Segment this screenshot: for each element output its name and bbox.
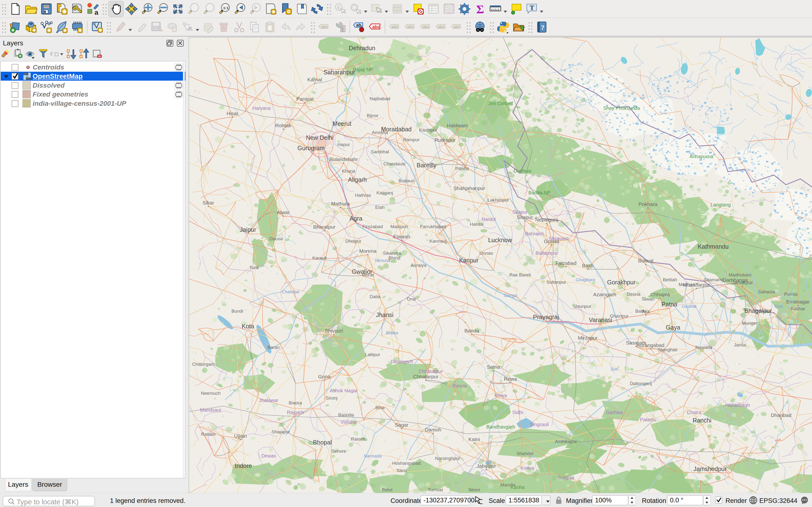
svg-text:Dausa: Dausa [269,236,283,241]
svg-text:Firozabad: Firozabad [362,224,383,229]
svg-text:Kanha: Kanha [511,485,525,490]
svg-text:Karauli: Karauli [312,256,326,261]
svg-text:Mathura: Mathura [331,201,350,207]
svg-text:Shravasti: Shravasti [549,236,569,241]
svg-text:Bulandshahr: Bulandshahr [329,157,358,162]
svg-text:Farrukhabad: Farrukhabad [420,224,446,229]
svg-text:Son: Son [610,367,618,372]
svg-text:Tumsar: Tumsar [428,487,443,492]
svg-text:Narsinghpur: Narsinghpur [435,456,460,461]
svg-text:Gorakhpur: Gorakhpur [607,279,636,286]
svg-text:a: a [95,8,98,15]
svg-text:Baran: Baran [267,345,280,350]
svg-text:Chittorgarh: Chittorgarh [192,362,215,367]
svg-text:Pokhara: Pokhara [639,201,658,207]
svg-text:Jamui: Jamui [734,342,746,347]
svg-text:Sironj: Sironj [326,395,338,400]
svg-text:Jamshedpur: Jamshedpur [693,465,727,472]
svg-text:Singrauli: Singrauli [530,422,549,427]
svg-text:Aligarh: Aligarh [348,176,367,183]
svg-text:Sitapur: Sitapur [517,214,533,220]
svg-text:Kota: Kota [242,323,254,330]
svg-text:Pilibhit: Pilibhit [455,166,469,171]
svg-text:Bahraich: Bahraich [525,231,544,236]
svg-text:Koriya: Koriya [520,465,535,470]
svg-text:Ghaghara: Ghaghara [576,277,595,282]
svg-text:Gurugram: Gurugram [298,145,325,151]
svg-text:Katni: Katni [468,437,480,442]
svg-text:Vidisha: Vidisha [341,419,356,425]
svg-text:Unnao: Unnao [479,250,493,256]
svg-text:Yamuna: Yamuna [374,258,390,263]
svg-text:Betwa: Betwa [386,331,398,335]
svg-text:ε: ε [50,49,53,57]
svg-text:Bhopal: Bhopal [313,439,332,446]
svg-text:Bhagalpur: Bhagalpur [744,307,772,314]
svg-text:Ratlam: Ratlam [201,432,215,437]
svg-text:Panipat: Panipat [296,96,313,102]
svg-text:Bareilly: Bareilly [417,162,437,169]
svg-text:Deoria: Deoria [627,292,641,297]
svg-text:Σ: Σ [476,2,484,15]
svg-text:Balrampur: Balrampur [536,250,558,256]
svg-text:Guna: Guna [318,374,331,379]
svg-text:Betul: Betul [382,487,392,492]
svg-text:Seoni: Seoni [468,487,480,492]
svg-text:Nawada: Nawada [695,345,712,350]
svg-text:Butwal: Butwal [638,258,653,264]
svg-text:Lalitpur: Lalitpur [365,352,380,357]
svg-text:Lakhimpur: Lakhimpur [488,198,509,203]
svg-text:Dholpur: Dholpur [345,238,361,243]
svg-text:Mirzapur: Mirzapur [578,335,598,341]
svg-text:Khurja: Khurja [342,169,355,174]
svg-text:Lucknow: Lucknow [488,237,512,243]
svg-text:Damoh: Damoh [425,427,441,433]
svg-text:Rewa: Rewa [495,393,507,398]
svg-text:Hapur: Hapur [337,142,350,147]
svg-text:Saharanpur: Saharanpur [323,69,355,75]
svg-text:Hardoi: Hardoi [481,217,496,222]
svg-text:Bijnor: Bijnor [367,113,379,118]
svg-text:abc: abc [423,24,429,29]
svg-text:Katihar: Katihar [791,306,806,311]
svg-text:Meerut: Meerut [333,120,351,127]
svg-text:Dhanbad: Dhanbad [771,412,791,418]
svg-text:Motihari: Motihari [678,282,695,287]
svg-text:ab: ab [356,23,361,27]
svg-text:Gandak: Gandak [681,304,697,309]
svg-text:Sidhi: Sidhi [512,410,523,415]
svg-text:Rohtak: Rohtak [275,123,292,128]
svg-text:Basti: Basti [582,263,594,268]
svg-text:Ghazipur: Ghazipur [610,314,628,319]
svg-text:Bandhavgarh: Bandhavgarh [487,424,515,430]
svg-text:abc: abc [438,24,445,29]
svg-text:i: i [338,4,339,10]
svg-text:abc: abc [392,24,398,29]
svg-text:1:1: 1:1 [223,6,229,10]
svg-text:Orai: Orai [407,296,416,301]
svg-text:?: ? [541,24,544,31]
svg-text:Hisar: Hisar [226,111,238,116]
svg-text:Daltonganj: Daltonganj [630,381,652,386]
svg-text:Sitapur: Sitapur [512,209,528,215]
svg-text:Rajaji NP: Rajaji NP [353,67,373,72]
svg-text:Annapurna: Annapurna [690,154,713,159]
svg-text:Panna: Panna [453,383,467,388]
svg-text:Rajgarh: Rajgarh [287,410,304,415]
svg-text:Alwar: Alwar [277,210,290,215]
svg-text:T: T [530,4,534,11]
svg-text:Mandsaur: Mandsaur [200,407,221,412]
svg-text:Sikar: Sikar [203,200,214,206]
svg-text:Sehore: Sehore [331,449,346,454]
svg-text:Sherghati: Sherghati [658,347,677,352]
svg-text:Rudrapur: Rudrapur [435,137,456,143]
svg-text:Shahjahanpur: Shahjahanpur [454,185,485,191]
svg-text:Agra: Agra [350,215,362,222]
svg-text:Rae Bareli: Rae Bareli [509,272,531,277]
svg-text:Kashipur: Kashipur [419,127,438,132]
svg-text:Sitamarhi: Sitamarhi [704,277,723,282]
svg-text:Madhubani: Madhubani [729,272,751,277]
svg-text:Palamu: Palamu [640,417,656,422]
svg-text:Patna: Patna [661,301,677,307]
svg-text:Tonk: Tonk [249,265,259,270]
